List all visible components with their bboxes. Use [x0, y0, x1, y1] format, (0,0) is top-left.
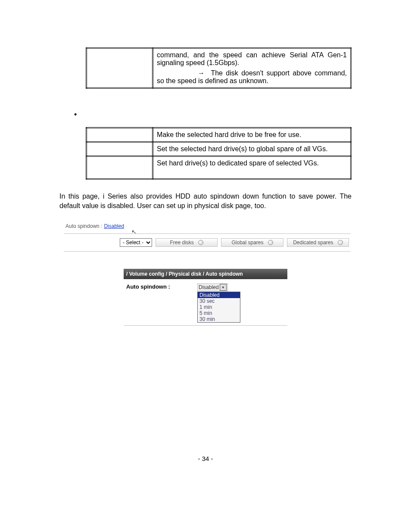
drive-action-dedicated-spare: Set hard drive(s) to dedicated spare of … — [153, 156, 351, 179]
auto-spindown-dropdown[interactable]: Disabled ▼ — [197, 283, 228, 291]
page-number: - 34 - — [59, 455, 352, 475]
free-disks-button[interactable]: Free disks — [156, 238, 218, 247]
global-spares-label: Global spares — [231, 240, 263, 246]
global-spares-button[interactable]: Global spares — [221, 238, 283, 247]
table-speed-info: command, and the speed can achieve Seria… — [86, 47, 352, 89]
table-cell-content: command, and the speed can achieve Seria… — [153, 48, 351, 88]
table-cell-empty — [87, 48, 153, 88]
spindown-option-5min[interactable]: 5 min — [198, 310, 240, 316]
chevron-down-icon: ▼ — [220, 284, 227, 291]
spindown-option-30min[interactable]: 30 min — [198, 316, 240, 322]
spindown-option-30sec[interactable]: 30 sec — [198, 298, 240, 304]
ui-panel-spindown-summary: Auto spindown : Disabled ↖ - Select - Fr… — [64, 221, 351, 252]
radio-icon — [338, 240, 343, 245]
radio-icon — [268, 240, 273, 245]
auto-spindown-selected: Disabled — [199, 284, 219, 290]
table-drive-actions: Make the selected hard drive to be free … — [86, 127, 352, 180]
auto-spindown-options-list: Disabled 30 sec 1 min 5 min 30 min — [197, 292, 240, 323]
speed-text-1: command, and the speed can achieve Seria… — [157, 51, 347, 67]
table-cell-empty — [87, 156, 153, 179]
speed-text-2: → The disk doesn't support above command… — [157, 69, 347, 85]
free-disks-label: Free disks — [170, 240, 193, 246]
arrow-icon: → — [198, 69, 205, 77]
ui-panel-spindown-config: / Volume config / Physical disk / Auto s… — [124, 269, 287, 326]
auto-spindown-link[interactable]: Disabled — [104, 223, 124, 229]
auto-spindown-config-label: Auto spindown : — [126, 283, 197, 290]
auto-spindown-combo: Disabled ▼ Disabled 30 sec 1 min 5 min 3… — [197, 283, 240, 323]
spindown-option-disabled[interactable]: Disabled — [198, 292, 240, 298]
spindown-paragraph: In this page, i Series also provides HDD… — [59, 192, 352, 210]
breadcrumb: / Volume config / Physical disk / Auto s… — [124, 269, 287, 279]
spindown-option-1min[interactable]: 1 min — [198, 304, 240, 310]
action-select[interactable]: - Select - — [120, 238, 152, 247]
ui-row-spindown-status: Auto spindown : Disabled ↖ — [64, 221, 351, 234]
table-cell-empty — [87, 142, 153, 156]
drive-action-free: Make the selected hard drive to be free … — [153, 128, 351, 142]
speed-text-2-body: The disk doesn't support above command, … — [157, 69, 347, 84]
dedicated-spares-label: Dedicated spares — [293, 240, 333, 246]
table-cell-empty — [87, 128, 153, 142]
dedicated-spares-button[interactable]: Dedicated spares — [287, 238, 349, 247]
ui-row-disk-actions: - Select - Free disks Global spares Dedi… — [64, 234, 351, 252]
auto-spindown-label: Auto spindown : — [65, 223, 102, 229]
drive-action-global-spare: Set the selected hard drive(s) to global… — [153, 142, 351, 156]
radio-icon — [198, 240, 203, 245]
bullet-icon: • — [74, 110, 352, 119]
